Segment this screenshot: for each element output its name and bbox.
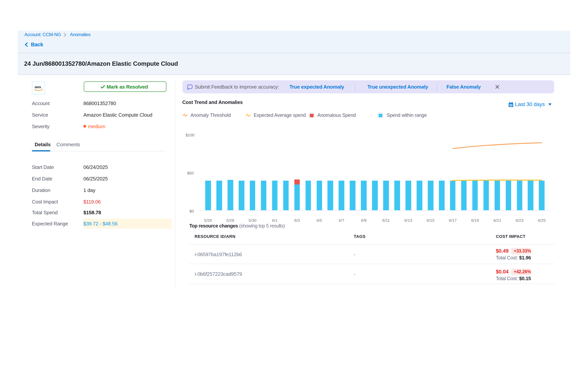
svg-text:aws: aws (34, 85, 41, 89)
